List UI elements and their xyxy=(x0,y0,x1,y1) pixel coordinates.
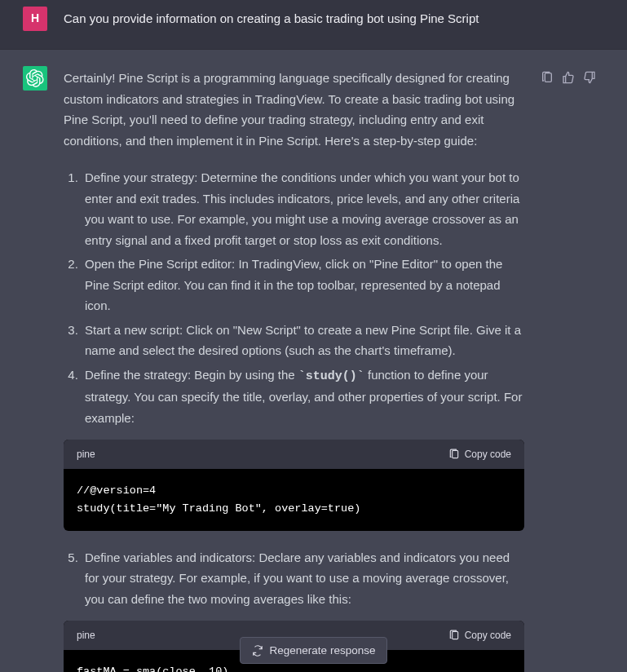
svg-rect-2 xyxy=(545,73,551,82)
user-avatar: H xyxy=(23,7,47,31)
copy-code-button[interactable]: Copy code xyxy=(448,627,511,643)
copy-message-button[interactable] xyxy=(541,69,554,82)
assistant-message-content: Certainly! Pine Script is a programming … xyxy=(64,66,524,672)
message-actions xyxy=(541,66,596,672)
openai-logo-icon xyxy=(26,69,44,87)
intro-paragraph: Certainly! Pine Script is a programming … xyxy=(64,68,524,151)
clipboard-icon xyxy=(541,71,554,84)
svg-rect-0 xyxy=(452,451,457,458)
step-item: Define variables and indicators: Declare… xyxy=(82,547,524,610)
clipboard-icon xyxy=(448,630,460,641)
user-message-text: Can you provide information on creating … xyxy=(64,7,596,31)
thumbs-up-icon xyxy=(562,71,575,84)
step-item: Start a new script: Click on "New Script… xyxy=(82,320,524,361)
step-item: Define your strategy: Determine the cond… xyxy=(82,167,524,250)
user-message-row: H Can you provide information on creatin… xyxy=(0,0,627,50)
thumbs-down-icon xyxy=(583,71,596,84)
code-content: //@version=4 study(title="My Trading Bot… xyxy=(64,469,524,530)
code-block: pine Copy code //@version=4 study(title=… xyxy=(64,440,524,531)
steps-list: Define your strategy: Determine the cond… xyxy=(64,167,524,428)
step-item: Define the strategy: Begin by using the … xyxy=(82,365,524,429)
assistant-message-row: Certainly! Pine Script is a programming … xyxy=(0,50,627,672)
refresh-icon xyxy=(252,645,263,657)
thumbs-up-button[interactable] xyxy=(562,69,575,82)
regenerate-button[interactable]: Regenerate response xyxy=(240,637,388,664)
svg-rect-1 xyxy=(452,632,457,639)
copy-code-button[interactable]: Copy code xyxy=(448,446,511,462)
inline-code: `study()` xyxy=(298,369,364,383)
code-lang-label: pine xyxy=(77,446,95,462)
assistant-avatar xyxy=(23,66,47,91)
clipboard-icon xyxy=(448,449,460,460)
code-lang-label: pine xyxy=(77,627,95,643)
steps-list-continued: Define variables and indicators: Declare… xyxy=(64,547,524,610)
code-header: pine Copy code xyxy=(64,440,524,469)
step-item: Open the Pine Script editor: In TradingV… xyxy=(82,254,524,316)
thumbs-down-button[interactable] xyxy=(583,69,596,82)
